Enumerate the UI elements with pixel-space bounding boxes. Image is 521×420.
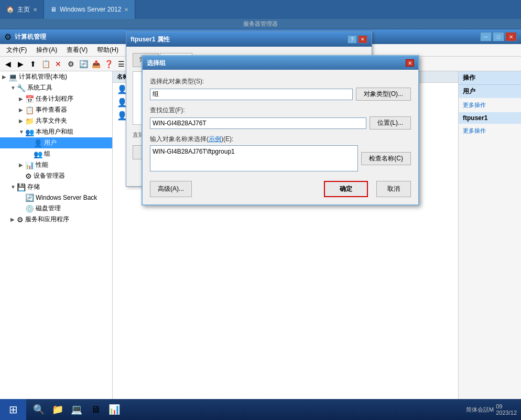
tab-home-close[interactable]: ✕ [33, 7, 37, 13]
object-type-row: 选择此对象类型(S): 对象类型(O)... [150, 77, 411, 101]
show-hide-button[interactable]: 📋 [40, 58, 51, 70]
ws2012-icon: 🖥 [50, 6, 57, 13]
object-type-label: 选择此对象类型(S): [150, 77, 411, 86]
properties-button[interactable]: ⚙ [65, 58, 77, 70]
start-button[interactable]: ⊞ [0, 399, 26, 420]
sidebar-item-performance[interactable]: ▶ 📊 性能 [0, 159, 112, 170]
event-icon: 📋 [25, 106, 34, 114]
xuanze-title-bar: 选择组 ✕ [143, 56, 418, 70]
sidebar-item-groups[interactable]: 👥 组 [0, 148, 112, 159]
perf-icon: 📊 [25, 161, 34, 169]
calendar-icon: 📅 [25, 95, 34, 103]
sidebar-item-shared-folders[interactable]: ▶ 📁 共享文件夹 [0, 115, 112, 126]
device-icon: ⚙ [25, 172, 32, 180]
storage-icon: 💾 [17, 183, 26, 191]
window-title: 计算机管理 [15, 33, 46, 41]
xuanze-cancel-button[interactable]: 取消 [376, 181, 411, 197]
object-name-input[interactable] [150, 145, 358, 171]
taskbar-right: 简体会話M 092023/12 [462, 403, 521, 416]
menu-help[interactable]: 帮助(H) [93, 45, 123, 56]
right-panel-title: 操作 [459, 71, 521, 85]
ftpuser-help-button[interactable]: ? [348, 35, 357, 44]
maximize-button[interactable]: □ [493, 32, 504, 41]
right-panel-users-section: 用户 更多操作 [459, 85, 521, 112]
sidebar-item-services[interactable]: ▶ ⚙ 服务和应用程序 [0, 214, 112, 225]
taskbar-icon-1[interactable]: 🔍 [30, 401, 47, 418]
taskbar-icon-3[interactable]: 💻 [68, 401, 85, 418]
right-panel-users-more[interactable]: 更多操作 [463, 100, 517, 110]
sidebar-item-local-users[interactable]: ▼ 👥 本地用户和组 [0, 126, 112, 137]
right-panel-ftpuser-section: ftpuser1 更多操作 [459, 112, 521, 138]
tab-ws2012-close[interactable]: ✕ [124, 7, 128, 13]
sidebar: ▶ 💻 计算机管理(本地) ▼ 🔧 系统工具 ▶ 📅 任务计划程序 ▶ 📋 事 [0, 71, 113, 410]
object-name-inline: 检查名称(C) [150, 145, 411, 171]
disk-icon: 💿 [25, 204, 34, 213]
taskbar-icon-5[interactable]: 📊 [106, 401, 123, 418]
window-controls: ─ □ ✕ [480, 32, 517, 41]
object-type-input[interactable] [150, 89, 353, 100]
menu-view[interactable]: 查看(V) [62, 45, 92, 56]
menu-file[interactable]: 文件(F) [2, 45, 31, 56]
expand-icon: ▼ [19, 129, 25, 135]
location-button[interactable]: 位置(L)... [370, 116, 411, 130]
right-panel-ftpuser-more[interactable]: 更多操作 [463, 126, 517, 136]
check-name-button[interactable]: 检查名称(C) [361, 152, 411, 165]
tab-ws2012[interactable]: 🖥 Windows Server 2012 ✕ [44, 0, 135, 19]
xuanze-ok-button[interactable]: 确定 [324, 181, 368, 197]
taskbar-icon-2[interactable]: 📁 [49, 401, 66, 418]
group-icon: 👥 [34, 150, 42, 158]
right-panel-ftpuser-header: ftpuser1 [459, 112, 521, 124]
right-panel-users-header: 用户 [459, 85, 521, 98]
example-link[interactable]: 示例 [209, 135, 221, 143]
ftpuser-dialog-title: ftpuser1 属性 [131, 35, 170, 44]
help-button[interactable]: ❓ [103, 58, 114, 70]
object-type-button[interactable]: 对象类型(O)... [356, 88, 411, 101]
xuanze-body: 选择此对象类型(S): 对象类型(O)... 查找位置(F): 位置(L)...… [143, 70, 418, 204]
sidebar-item-storage[interactable]: ▼ 💾 存储 [0, 181, 112, 192]
services-icon: ⚙ [17, 216, 24, 224]
back-button[interactable]: ◀ [2, 58, 14, 70]
expand-icon: ▼ [10, 85, 17, 91]
user-icon: 👤 [34, 139, 42, 147]
export-button[interactable]: 📤 [90, 58, 102, 70]
expand-icon: ▶ [19, 162, 25, 168]
sidebar-item-users[interactable]: 👤 用户 [0, 137, 112, 148]
tab-ws2012-label: Windows Server 2012 [60, 6, 121, 13]
delete-button[interactable]: ✕ [52, 58, 64, 70]
right-panel: 操作 用户 更多操作 ftpuser1 更多操作 [458, 71, 521, 410]
xuanze-dialog: 选择组 ✕ 选择此对象类型(S): 对象类型(O)... 查找位置(F): 位置… [142, 55, 419, 206]
ftpuser-close-button[interactable]: ✕ [358, 35, 367, 44]
minimize-button[interactable]: ─ [480, 32, 492, 41]
xuanze-close-button[interactable]: ✕ [406, 59, 414, 67]
sidebar-item-task-scheduler[interactable]: ▶ 📅 任务计划程序 [0, 93, 112, 104]
object-name-label: 输入对象名称来选择(示例)(E): [150, 135, 411, 144]
taskbar-icon-4[interactable]: 🖥 [87, 401, 104, 418]
sidebar-item-disk-mgmt[interactable]: 💿 磁盘管理 [0, 203, 112, 214]
expand-icon: ▶ [19, 107, 25, 113]
tab-home[interactable]: 🏠 主页 ✕ [0, 0, 44, 19]
taskbar-sys-text: 简体会話M [466, 406, 494, 414]
sidebar-item-computer-mgmt[interactable]: ▶ 💻 计算机管理(本地) [0, 71, 112, 82]
up-button[interactable]: ⬆ [27, 58, 39, 70]
forward-button[interactable]: ▶ [15, 58, 26, 70]
sidebar-item-device-mgr[interactable]: ⚙ 设备管理器 [0, 170, 112, 181]
sidebar-item-ws-backup[interactable]: 🔄 Windows Server Back [0, 192, 112, 203]
location-label: 查找位置(F): [150, 106, 411, 115]
folder-icon: 📁 [25, 117, 34, 125]
users-icon: 👥 [25, 128, 34, 136]
menu-action[interactable]: 操作(A) [32, 45, 61, 56]
sidebar-item-event-viewer[interactable]: ▶ 📋 事件查看器 [0, 104, 112, 115]
details-button[interactable]: ☰ [115, 58, 127, 70]
taskbar-icons: 🔍 📁 💻 🖥 📊 [26, 401, 127, 418]
advanced-button[interactable]: 高级(A)... [150, 181, 192, 197]
expand-icon: ▶ [2, 74, 8, 80]
close-button[interactable]: ✕ [505, 32, 517, 41]
location-row: 查找位置(F): 位置(L)... [150, 106, 411, 130]
expand-icon: ▶ [19, 118, 25, 124]
expand-icon: ▶ [19, 96, 25, 102]
windows-icon: ⊞ [9, 403, 18, 416]
refresh-button[interactable]: 🔄 [78, 58, 89, 70]
sidebar-item-system-tools[interactable]: ▼ 🔧 系统工具 [0, 82, 112, 93]
location-input[interactable] [150, 117, 366, 129]
taskbar-time: 092023/12 [496, 403, 517, 416]
